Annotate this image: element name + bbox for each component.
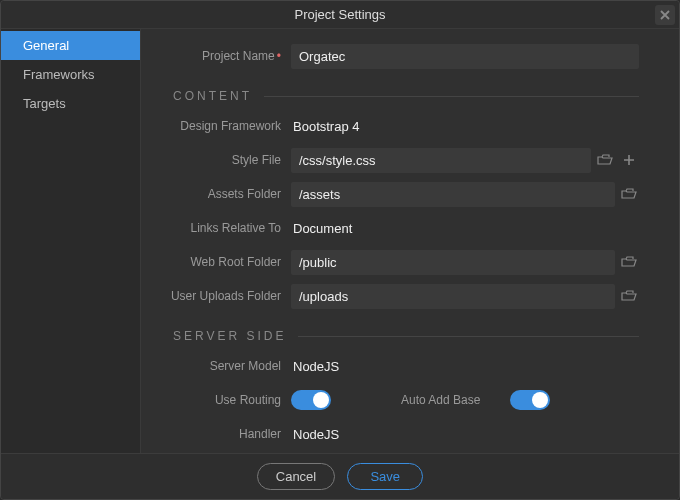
web-root-folder-input[interactable] [291, 250, 615, 275]
user-uploads-folder-input[interactable] [291, 284, 615, 309]
section-header-content: CONTENT [151, 89, 639, 103]
auto-add-base-label: Auto Add Base [401, 393, 480, 407]
use-routing-toggle[interactable] [291, 390, 331, 410]
sidebar-item-targets[interactable]: Targets [1, 89, 140, 118]
style-file-label: Style File [151, 153, 291, 167]
use-routing-label: Use Routing [151, 393, 291, 407]
project-name-label: Project Name• [151, 49, 291, 63]
project-settings-modal: Project Settings General Frameworks Targ… [0, 0, 680, 500]
close-icon [659, 9, 671, 21]
cancel-button[interactable]: Cancel [257, 463, 335, 490]
links-relative-to-select[interactable]: Document [291, 217, 639, 240]
server-model-select[interactable]: NodeJS [291, 355, 639, 378]
web-root-folder-label: Web Root Folder [151, 255, 291, 269]
save-button[interactable]: Save [347, 463, 423, 490]
style-file-input[interactable] [291, 148, 591, 173]
auto-add-base-toggle[interactable] [510, 390, 550, 410]
style-file-add-button[interactable] [619, 150, 639, 170]
sidebar: General Frameworks Targets [1, 29, 141, 453]
folder-open-icon [597, 154, 613, 166]
settings-panel: Project Name• CONTENT Design Framework B… [141, 29, 679, 453]
assets-folder-label: Assets Folder [151, 187, 291, 201]
folder-open-icon [621, 188, 637, 200]
titlebar: Project Settings [1, 1, 679, 29]
toggle-knob [313, 392, 329, 408]
server-model-label: Server Model [151, 359, 291, 373]
sidebar-item-general[interactable]: General [1, 31, 140, 60]
handler-label: Handler [151, 427, 291, 441]
section-header-server-side: SERVER SIDE [151, 329, 639, 343]
folder-open-icon [621, 256, 637, 268]
close-button[interactable] [655, 5, 675, 25]
sidebar-item-frameworks[interactable]: Frameworks [1, 60, 140, 89]
links-relative-to-label: Links Relative To [151, 221, 291, 235]
assets-folder-input[interactable] [291, 182, 615, 207]
assets-folder-browse-button[interactable] [619, 184, 639, 204]
footer: Cancel Save [1, 453, 679, 499]
design-framework-label: Design Framework [151, 119, 291, 133]
user-uploads-folder-label: User Uploads Folder [151, 289, 291, 303]
design-framework-select[interactable]: Bootstrap 4 [291, 115, 639, 138]
modal-title: Project Settings [294, 7, 385, 22]
web-root-browse-button[interactable] [619, 252, 639, 272]
plus-icon [623, 154, 635, 166]
handler-select[interactable]: NodeJS [291, 423, 639, 446]
project-name-input[interactable] [291, 44, 639, 69]
toggle-knob [532, 392, 548, 408]
style-file-browse-button[interactable] [595, 150, 615, 170]
user-uploads-browse-button[interactable] [619, 286, 639, 306]
folder-open-icon [621, 290, 637, 302]
